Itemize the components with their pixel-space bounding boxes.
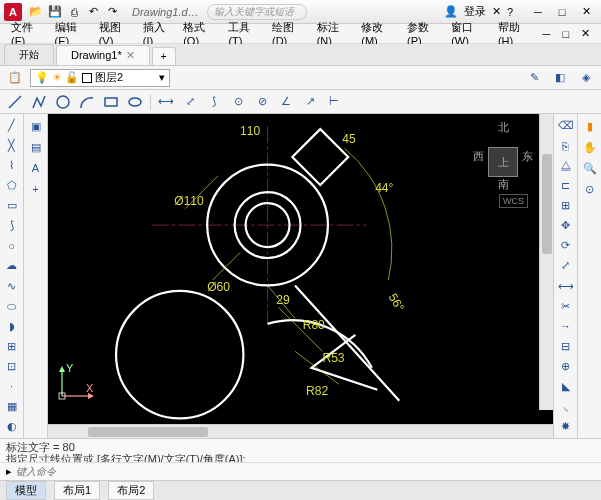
stretch-icon[interactable]: ⟷: [556, 277, 576, 296]
break-icon[interactable]: ⊟: [556, 337, 576, 356]
maximize-button[interactable]: □: [551, 4, 573, 20]
right-toolbar-2: ▮ ✋ 🔍 ⊙: [577, 114, 601, 438]
dim-aligned-icon[interactable]: ⤢: [179, 92, 201, 112]
explode-icon[interactable]: ✸: [556, 417, 576, 436]
drawing-canvas[interactable]: Ø110 Ø60 110 45 44° 56° 29 R80 R53 R82 北…: [48, 114, 553, 424]
dim-arc-icon[interactable]: ⟆: [203, 92, 225, 112]
svg-point-1: [57, 96, 69, 108]
point-tool-icon[interactable]: ·: [2, 377, 22, 396]
zoom-icon[interactable]: 🔍: [580, 158, 600, 178]
ellipse-tool-icon[interactable]: ⬭: [2, 297, 22, 316]
tab-model[interactable]: 模型: [6, 481, 46, 500]
region-tool-icon[interactable]: ▣: [26, 116, 46, 136]
ucs-icon: Y X: [56, 362, 96, 404]
layer-dropdown[interactable]: 💡 ☀ 🔓 图层2 ▾: [30, 69, 170, 87]
array-icon[interactable]: ⊞: [556, 196, 576, 215]
close-button[interactable]: ✕: [575, 4, 597, 20]
svg-rect-9: [292, 129, 348, 185]
pline-tool-icon[interactable]: ⌇: [2, 156, 22, 175]
insert-block-icon[interactable]: ⊞: [2, 337, 22, 356]
dim-d110: Ø110: [174, 194, 204, 208]
layer-props-icon[interactable]: 📋: [4, 68, 26, 88]
revcloud-tool-icon[interactable]: ☁: [2, 256, 22, 275]
command-input[interactable]: [16, 466, 595, 477]
freeze-icon: ☀: [52, 71, 62, 84]
rect-tool-icon[interactable]: ▭: [2, 196, 22, 215]
copy-icon[interactable]: ⎘: [556, 136, 576, 155]
palette-icon[interactable]: ▮: [580, 116, 600, 136]
dim-continue-icon[interactable]: ⊢: [323, 92, 345, 112]
arc-tool-icon[interactable]: ⟆: [2, 216, 22, 235]
circle-tool-icon[interactable]: ○: [2, 236, 22, 255]
line-icon[interactable]: [4, 92, 26, 112]
pan-icon[interactable]: ✋: [580, 137, 600, 157]
dim-radius-icon[interactable]: ⊙: [227, 92, 249, 112]
ellipse-icon[interactable]: [124, 92, 146, 112]
doc-max-button[interactable]: □: [557, 26, 574, 42]
rect-icon[interactable]: [100, 92, 122, 112]
arc-icon[interactable]: [76, 92, 98, 112]
help-icon[interactable]: ?: [507, 6, 513, 18]
move-icon[interactable]: ✥: [556, 216, 576, 235]
dim-r82: R82: [306, 384, 328, 398]
doc-close-button[interactable]: ✕: [576, 25, 595, 42]
signin-label[interactable]: 登录: [464, 4, 486, 19]
line-tool-icon[interactable]: ╱: [2, 116, 22, 135]
dim-linear-icon[interactable]: ⟷: [155, 92, 177, 112]
dim-l45: 45: [342, 132, 356, 146]
scrollbar-vertical[interactable]: [539, 114, 553, 410]
erase-icon[interactable]: ⌫: [556, 116, 576, 135]
svg-text:X: X: [86, 382, 94, 394]
circle-icon[interactable]: [52, 92, 74, 112]
addsel-tool-icon[interactable]: +: [26, 179, 46, 199]
signin-icon[interactable]: 👤: [444, 5, 458, 18]
layer-off-icon[interactable]: ◈: [575, 68, 597, 88]
gradient-tool-icon[interactable]: ◐: [2, 417, 22, 436]
mtext-tool-icon[interactable]: A: [26, 158, 46, 178]
layer-color-icon: [82, 73, 92, 83]
rotate-icon[interactable]: ⟳: [556, 236, 576, 255]
document-tabs: 开始 Drawing1*✕ +: [0, 44, 601, 66]
table-tool-icon[interactable]: ▤: [26, 137, 46, 157]
command-prompt-icon: ▸: [6, 465, 12, 478]
command-history[interactable]: 标注文字 = 80 指定尺寸线位置或 [多行文字(M)/文字(T)/角度(A)]…: [0, 439, 601, 462]
exchange-icon[interactable]: ✕: [492, 5, 501, 18]
xline-tool-icon[interactable]: ╳: [2, 136, 22, 155]
dim-l29: 29: [276, 293, 290, 307]
tab-layout2[interactable]: 布局2: [108, 481, 154, 500]
tab-drawing1[interactable]: Drawing1*✕: [56, 45, 150, 65]
extend-icon[interactable]: →: [556, 317, 576, 336]
tab-layout1[interactable]: 布局1: [54, 481, 100, 500]
tab-start[interactable]: 开始: [4, 44, 54, 65]
polygon-tool-icon[interactable]: ⬠: [2, 176, 22, 195]
viewcube[interactable]: 北 西 上 东 南: [473, 120, 533, 190]
polyline-icon[interactable]: [28, 92, 50, 112]
dim-d60: Ø60: [207, 280, 230, 294]
dim-angular-icon[interactable]: ∠: [275, 92, 297, 112]
offset-icon[interactable]: ⊏: [556, 176, 576, 195]
svg-text:Y: Y: [66, 362, 74, 374]
dim-diameter-icon[interactable]: ⊘: [251, 92, 273, 112]
layer-state-icon[interactable]: ✎: [523, 68, 545, 88]
join-icon[interactable]: ⊕: [556, 357, 576, 376]
dim-l110: 110: [240, 124, 260, 138]
ellipse-arc-icon[interactable]: ◗: [2, 317, 22, 336]
dim-leader-icon[interactable]: ↗: [299, 92, 321, 112]
tab-add[interactable]: +: [152, 47, 176, 65]
layer-iso-icon[interactable]: ◧: [549, 68, 571, 88]
svg-line-0: [9, 96, 21, 108]
status-bar: 模型 布局1 布局2: [0, 480, 601, 500]
orbit-icon[interactable]: ⊙: [580, 179, 600, 199]
hatch-tool-icon[interactable]: ▦: [2, 397, 22, 416]
wcs-label[interactable]: WCS: [499, 194, 528, 208]
fillet-icon[interactable]: ◟: [556, 397, 576, 416]
dim-r53: R53: [322, 351, 344, 365]
scrollbar-horizontal[interactable]: [48, 424, 553, 438]
mirror-icon[interactable]: ⧋: [556, 156, 576, 175]
trim-icon[interactable]: ✂: [556, 297, 576, 316]
chamfer-icon[interactable]: ◣: [556, 377, 576, 396]
scale-icon[interactable]: ⤢: [556, 256, 576, 275]
doc-min-button[interactable]: ─: [538, 26, 556, 42]
make-block-icon[interactable]: ⊡: [2, 357, 22, 376]
spline-tool-icon[interactable]: ∿: [2, 277, 22, 296]
